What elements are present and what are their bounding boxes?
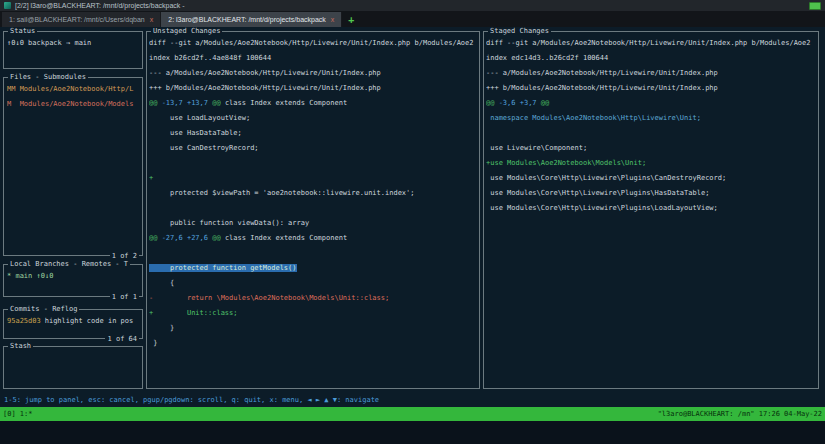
- diff-line[interactable]: diff --git a/Modules/Aoe2Notebook/Http/L…: [486, 36, 818, 51]
- branches-panel[interactable]: Local Branches - Remotes - T * main ↑0↓0…: [3, 264, 143, 297]
- diff-line[interactable]: diff --git a/Modules/Aoe2Notebook/Http/L…: [149, 36, 479, 51]
- diff-line[interactable]: namespace Modules\Aoe2Notebook\Http\Live…: [486, 111, 818, 126]
- branches-count: 1 of 1: [110, 293, 139, 301]
- diff-line[interactable]: use Modules\Core\Http\Livewire\Plugins\H…: [486, 186, 818, 201]
- diff-line[interactable]: +++ b/Modules/Aoe2Notebook/Http/Livewire…: [149, 81, 479, 96]
- diff-line-selected[interactable]: protected function getModels(): [149, 261, 479, 276]
- file-item[interactable]: MM Modules/Aoe2Notebook/Http/L: [7, 82, 139, 97]
- staged-changes-title: Staged Changes: [488, 27, 551, 35]
- commit-message: highlight code in pos: [45, 317, 134, 325]
- commits-panel-title: Commits - Reflog: [8, 305, 79, 313]
- diff-line[interactable]: + Unit::class;: [149, 306, 479, 321]
- commit-item[interactable]: 95a25d03highlight code in pos: [7, 314, 139, 329]
- diff-line[interactable]: protected $viewPath = 'aoe2notebook::liv…: [149, 186, 479, 201]
- diff-line[interactable]: @@ -13,7 +13,7 @@ class Index extends Co…: [149, 96, 479, 111]
- keybinding-hints: 1-5: jump to panel, esc: cancel, pgup/pg…: [4, 394, 379, 406]
- lazygit-app: Status ↑0↓0 backpack → main Files - Subm…: [0, 27, 825, 444]
- tab-2-close-icon[interactable]: x: [331, 16, 335, 23]
- diff-line[interactable]: - return \Modules\Aoe2Notebook\Models\Un…: [149, 291, 479, 306]
- staged-changes-panel[interactable]: Staged Changes diff --git a/Modules/Aoe2…: [483, 31, 819, 389]
- commits-count: 1 of 64: [105, 335, 139, 343]
- files-count: 1 of 2: [110, 252, 139, 260]
- tmux-host-clock: "l3aro@BLACKHEART: /mn" 17:26 04-May-22: [658, 407, 822, 421]
- diff-line[interactable]: use LoadLayoutView;: [149, 111, 479, 126]
- repo-status-line: ↑0↓0 backpack → main: [7, 36, 139, 51]
- status-panel-title: Status: [8, 27, 37, 35]
- diff-line[interactable]: [149, 246, 479, 261]
- tab-bar: 1: sail@BLACKHEART: /mnt/c/Users/dqban x…: [0, 11, 825, 27]
- diff-line[interactable]: --- a/Modules/Aoe2Notebook/Http/Livewire…: [149, 66, 479, 81]
- diff-line[interactable]: @@ -3,6 +3,7 @@: [486, 96, 818, 111]
- diff-line[interactable]: +use Modules\Aoe2Notebook\Models\Unit;: [486, 156, 818, 171]
- app-icon: [4, 2, 11, 9]
- tab-1-label: 1: sail@BLACKHEART: /mnt/c/Users/dqban: [9, 16, 145, 23]
- unstaged-changes-title: Unstaged Changes: [151, 27, 222, 35]
- diff-line[interactable]: index b26cd2f..4ae848f 100644: [149, 51, 479, 66]
- diff-line[interactable]: use Livewire\Component;: [486, 141, 818, 156]
- diff-line[interactable]: [486, 126, 818, 141]
- hint-bar: 1-5: jump to panel, esc: cancel, pgup/pg…: [0, 394, 825, 406]
- branch-item[interactable]: * main ↑0↓0: [7, 269, 139, 284]
- files-panel-title: Files - Submodules: [8, 73, 88, 81]
- file-item[interactable]: M Modules/Aoe2Notebook/Models: [7, 97, 139, 112]
- terminal-window: [2/2] l3aro@BLACKHEART: /mnt/d/projects/…: [0, 0, 825, 444]
- commit-hash: 95a25d03: [7, 317, 41, 325]
- stash-panel-title: Stash: [8, 342, 33, 350]
- diff-line[interactable]: }: [149, 321, 479, 336]
- stash-panel[interactable]: Stash: [3, 346, 143, 389]
- status-panel[interactable]: Status ↑0↓0 backpack → main: [3, 31, 143, 69]
- diff-line[interactable]: use CanDestroyRecord;: [149, 141, 479, 156]
- diff-line[interactable]: [149, 201, 479, 216]
- diff-line[interactable]: --- a/Modules/Aoe2Notebook/Http/Livewire…: [486, 66, 818, 81]
- diff-line[interactable]: use HasDataTable;: [149, 126, 479, 141]
- diff-line[interactable]: use Modules\Core\Http\Livewire\Plugins\C…: [486, 171, 818, 186]
- diff-line[interactable]: }: [149, 336, 479, 351]
- diff-line[interactable]: +: [149, 171, 479, 186]
- tab-2[interactable]: 2: l3aro@BLACKHEART: /mnt/d/projects/bac…: [161, 12, 342, 27]
- tab-1-close-icon[interactable]: x: [150, 16, 154, 23]
- branches-panel-title: Local Branches - Remotes - T: [8, 260, 130, 268]
- new-tab-button[interactable]: +: [342, 14, 360, 25]
- titlebar: [2/2] l3aro@BLACKHEART: /mnt/d/projects/…: [0, 0, 825, 11]
- tab-1[interactable]: 1: sail@BLACKHEART: /mnt/c/Users/dqban x: [2, 12, 161, 27]
- terminal-unused-area: [0, 421, 825, 444]
- diff-line[interactable]: use Modules\Core\Http\Livewire\Plugins\L…: [486, 201, 818, 216]
- window-title: [2/2] l3aro@BLACKHEART: /mnt/d/projects/…: [15, 2, 185, 9]
- unstaged-changes-panel[interactable]: Unstaged Changes diff --git a/Modules/Ao…: [146, 31, 480, 389]
- titlebar-button[interactable]: [809, 2, 821, 10]
- diff-line[interactable]: {: [149, 276, 479, 291]
- diff-line[interactable]: index edc14d3..b26cd2f 100644: [486, 51, 818, 66]
- commits-panel[interactable]: Commits - Reflog 95a25d03highlight code …: [3, 309, 143, 339]
- diff-line[interactable]: [149, 156, 479, 171]
- tmux-status-bar: [0] 1:* "l3aro@BLACKHEART: /mn" 17:26 04…: [0, 407, 825, 421]
- diff-line[interactable]: public function viewData(): array: [149, 216, 479, 231]
- tmux-session-info: [0] 1:*: [3, 407, 33, 421]
- diff-line[interactable]: @@ -27,6 +27,6 @@ class Index extends Co…: [149, 231, 479, 246]
- diff-line[interactable]: +++ b/Modules/Aoe2Notebook/Http/Livewire…: [486, 81, 818, 96]
- files-panel[interactable]: Files - Submodules MM Modules/Aoe2Notebo…: [3, 77, 143, 256]
- tab-2-label: 2: l3aro@BLACKHEART: /mnt/d/projects/bac…: [168, 16, 326, 23]
